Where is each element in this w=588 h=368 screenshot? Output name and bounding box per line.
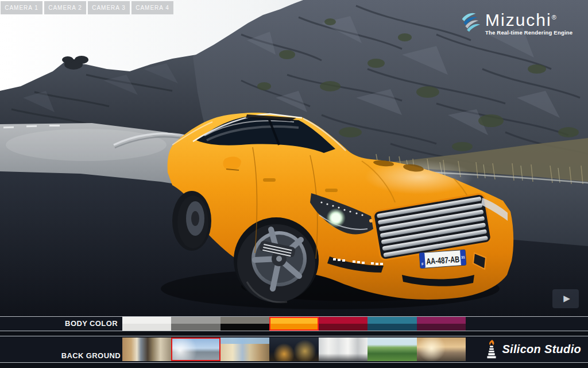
body-color-swatch-teal[interactable] — [368, 317, 416, 331]
background-thumbnail-mountain-road[interactable] — [171, 338, 220, 361]
background-thumbnail-bright-interior[interactable] — [319, 338, 368, 361]
background-thumbnail-green-park[interactable] — [368, 338, 416, 361]
registered-mark: ® — [552, 14, 556, 21]
camera-tab-bar: CAMERA 1 CAMERA 2 CAMERA 3 CAMERA 4 — [1, 1, 173, 14]
tab-camera-2[interactable]: CAMERA 2 — [44, 1, 86, 14]
body-color-label: BODY COLOR — [0, 317, 118, 331]
mizuchi-title: Mizuchi® — [485, 8, 572, 29]
play-button[interactable]: ▶ — [552, 289, 579, 308]
front-wheel — [237, 224, 315, 302]
body-color-swatches — [122, 317, 466, 331]
background-thumbnails — [122, 338, 466, 361]
mizuchi-wave-icon — [458, 10, 482, 33]
rear-wheel — [177, 195, 208, 248]
mizuchi-logo: Mizuchi® The Real-time Rendering Engine — [458, 8, 582, 36]
background-thumbnail-night-city[interactable] — [269, 338, 318, 361]
background-label: BACK GROUND — [0, 351, 121, 360]
tab-camera-1[interactable]: CAMERA 1 — [1, 1, 42, 14]
svg-text:31: 31 — [461, 255, 466, 259]
tab-camera-4[interactable]: CAMERA 4 — [131, 1, 173, 14]
play-icon: ▶ — [563, 293, 570, 304]
silicon-studio-text: Silicon Studio — [502, 343, 581, 356]
body-color-swatch-plum[interactable] — [417, 317, 466, 331]
license-plate: F 31 AA-487-AB — [419, 250, 466, 269]
background-thumbnail-city-street-day[interactable] — [122, 338, 171, 361]
body-color-swatch-black-olive[interactable] — [220, 317, 269, 331]
app-window: F 31 AA-487-AB CAMERA 1 CAMERA 2 CAMERA … — [0, 0, 588, 368]
background-bar: BACK GROUND Silicon Studio — [0, 336, 588, 363]
body-color-swatch-orange[interactable] — [269, 317, 318, 331]
mizuchi-tagline: The Real-time Rendering Engine — [485, 29, 572, 36]
bottom-panel: BODY COLOR BACK GROUND Silicon Studio — [0, 316, 588, 368]
silicon-studio-flame-icon — [485, 340, 498, 359]
body-color-swatch-white[interactable] — [122, 317, 171, 331]
background-thumbnail-sunset-pier[interactable] — [417, 338, 466, 361]
body-color-bar: BODY COLOR — [0, 316, 588, 331]
silicon-studio-logo: Silicon Studio — [485, 336, 581, 362]
body-color-swatch-crimson[interactable] — [319, 317, 368, 331]
tab-camera-3[interactable]: CAMERA 3 — [88, 1, 130, 14]
render-viewport[interactable]: F 31 AA-487-AB — [0, 0, 588, 316]
background-thumbnail-city-plaza[interactable] — [220, 338, 269, 361]
body-color-swatch-silver-gray[interactable] — [171, 317, 220, 331]
